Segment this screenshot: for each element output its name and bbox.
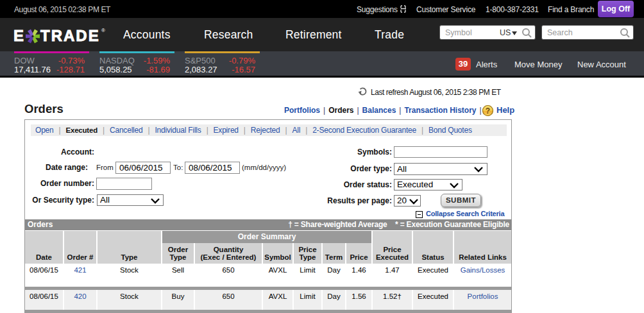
svg-text:E: E	[13, 27, 24, 44]
svg-text:?: ?	[486, 106, 490, 115]
svg-text:®: ®	[101, 28, 105, 33]
svg-text:TRADE: TRADE	[40, 27, 100, 44]
